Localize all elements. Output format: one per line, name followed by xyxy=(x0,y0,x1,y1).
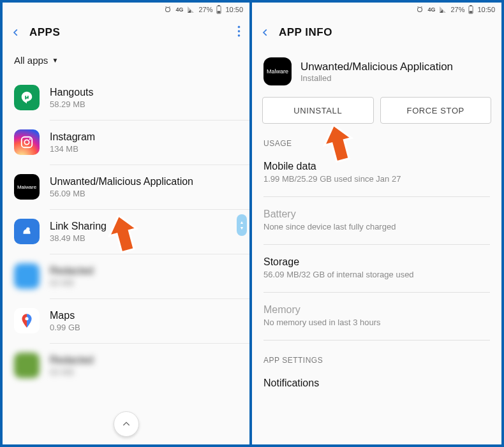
battery-icon xyxy=(216,5,221,14)
app-name: Instagram xyxy=(50,131,95,143)
svg-point-3 xyxy=(238,26,241,28)
list-item[interactable]: Link Sharing 38.49 MB xyxy=(3,210,249,254)
row-title: Notifications xyxy=(263,377,490,389)
memory-row[interactable]: Memory No memory used in last 3 hours xyxy=(252,299,501,336)
row-subtitle: None since device last fully charged xyxy=(263,222,490,231)
back-button[interactable] xyxy=(261,28,279,37)
svg-rect-11 xyxy=(470,5,472,6)
svg-point-7 xyxy=(24,140,29,144)
app-name: Maps xyxy=(50,310,80,321)
section-app-settings: APP SETTINGS xyxy=(252,347,501,372)
list-item[interactable]: Hangouts 58.29 MB xyxy=(3,76,249,120)
header: APPS xyxy=(3,17,249,48)
svg-point-8 xyxy=(29,138,31,140)
svg-rect-1 xyxy=(218,5,220,6)
svg-rect-2 xyxy=(218,11,221,13)
chevron-down-icon: ▼ xyxy=(52,57,58,64)
malware-icon: Malware xyxy=(14,174,40,200)
uninstall-button[interactable]: UNINSTALL xyxy=(262,97,374,124)
app-size: 134 MB xyxy=(50,144,95,154)
app-name: Redacted xyxy=(50,265,94,277)
row-title: Memory xyxy=(263,304,490,316)
row-title: Battery xyxy=(263,209,490,220)
force-stop-button[interactable]: FORCE STOP xyxy=(380,97,492,124)
page-title: APPS xyxy=(29,26,60,39)
app-size: 38.49 MB xyxy=(50,233,107,243)
app-name: Unwanted/Malicious Application xyxy=(50,176,193,187)
alarm-icon xyxy=(164,6,172,13)
list-item-redacted[interactable]: Redacted 00 MB xyxy=(3,254,249,298)
malware-icon: Malware xyxy=(263,57,292,85)
battery-percent: 27% xyxy=(450,6,464,13)
row-subtitle: 56.09 MB/32 GB of internal storage used xyxy=(263,270,490,279)
list-item-malicious[interactable]: Malware Unwanted/Malicious Application 5… xyxy=(3,165,249,209)
app-size: 0.99 GB xyxy=(50,323,80,332)
link-sharing-icon xyxy=(14,219,40,244)
svg-point-5 xyxy=(238,34,241,36)
svg-rect-12 xyxy=(470,11,473,13)
screen-app-info: 4G 27% 10:50 APP INFO Malware Unwanted/M… xyxy=(252,3,501,444)
status-bar: 4G 27% 10:50 xyxy=(252,3,501,17)
app-status: Installed xyxy=(300,73,453,83)
signal-icon xyxy=(439,6,447,13)
mobile-data-row[interactable]: Mobile data 1.99 MB/25.29 GB used since … xyxy=(252,156,501,193)
more-options-button[interactable] xyxy=(237,26,241,40)
app-icon-redacted xyxy=(14,353,40,378)
list-item[interactable]: Maps 0.99 GB xyxy=(3,299,249,343)
app-size: 00 MB xyxy=(50,278,94,288)
svg-point-4 xyxy=(238,30,241,33)
maps-icon xyxy=(14,308,40,333)
scroll-to-top-button[interactable] xyxy=(114,411,139,437)
back-button[interactable] xyxy=(11,28,29,37)
section-usage: USAGE xyxy=(252,135,501,156)
list-item[interactable]: Instagram 134 MB xyxy=(3,121,249,165)
battery-icon xyxy=(468,5,473,14)
network-label: 4G xyxy=(427,6,435,13)
notifications-row[interactable]: Notifications xyxy=(252,372,501,393)
svg-point-9 xyxy=(25,317,28,320)
app-size: 00 MB xyxy=(50,367,94,377)
app-size: 58.29 MB xyxy=(50,99,94,109)
chevron-down-icon: ▼ xyxy=(240,226,244,230)
list-item-redacted[interactable]: Redacted 00 MB xyxy=(3,344,249,388)
chevron-up-icon: ▲ xyxy=(240,220,244,224)
hangouts-icon xyxy=(14,85,40,110)
alarm-icon xyxy=(416,6,424,13)
row-subtitle: No memory used in last 3 hours xyxy=(263,318,490,327)
status-bar: 4G 27% 10:50 xyxy=(3,3,249,17)
row-subtitle: 1.99 MB/25.29 GB used since Jan 27 xyxy=(263,174,490,184)
app-name: Unwanted/Malicious Application xyxy=(300,61,453,73)
page-title: APP INFO xyxy=(279,26,332,39)
clock: 10:50 xyxy=(225,6,243,13)
app-name: Hangouts xyxy=(50,87,94,98)
instagram-icon xyxy=(14,129,40,155)
network-label: 4G xyxy=(175,6,183,13)
storage-row[interactable]: Storage 56.09 MB/32 GB of internal stora… xyxy=(252,251,501,288)
filter-dropdown[interactable]: All apps ▼ xyxy=(3,48,249,76)
app-list[interactable]: Hangouts 58.29 MB Instagram 134 MB Malwa… xyxy=(3,76,249,388)
app-size: 56.09 MB xyxy=(50,189,193,198)
chevron-up-icon xyxy=(121,419,131,429)
app-header: Malware Unwanted/Malicious Application I… xyxy=(252,48,501,92)
battery-percent: 27% xyxy=(198,6,212,13)
app-name: Redacted xyxy=(50,355,94,366)
signal-icon xyxy=(187,6,195,13)
app-icon-redacted xyxy=(14,263,40,289)
row-title: Storage xyxy=(263,256,490,268)
screen-apps-list: 4G 27% 10:50 APPS All apps ▼ xyxy=(3,3,252,444)
app-name: Link Sharing xyxy=(50,221,107,232)
battery-row[interactable]: Battery None since device last fully cha… xyxy=(252,203,501,240)
fast-scroll-handle[interactable]: ▲ ▼ xyxy=(237,214,247,236)
row-title: Mobile data xyxy=(263,161,490,172)
header: APP INFO xyxy=(252,17,501,48)
clock: 10:50 xyxy=(477,6,495,13)
